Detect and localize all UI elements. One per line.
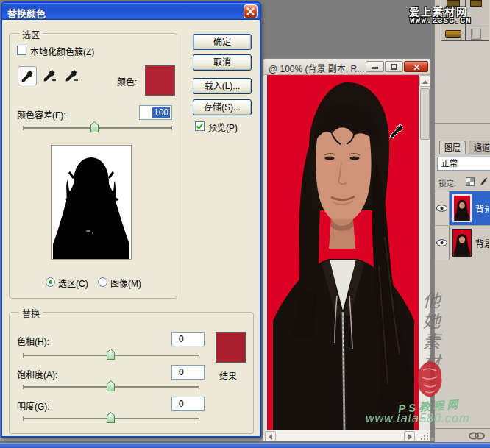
tool-icon[interactable] <box>470 0 482 7</box>
radio-image-label[interactable]: 图像(M) <box>110 277 141 289</box>
layer-name: 背景 副本 <box>475 202 489 215</box>
preview-label[interactable]: 预览(P) <box>208 121 238 133</box>
minimize-button[interactable] <box>366 61 384 72</box>
red-seal-watermark <box>416 360 444 399</box>
selection-color-swatch[interactable] <box>145 65 175 96</box>
maximize-icon <box>391 64 397 70</box>
saturation-value: 0 <box>179 367 184 377</box>
minimize-icon <box>372 67 378 69</box>
lightness-label: 明度(G): <box>17 399 50 412</box>
panel-bottom-divider <box>435 428 490 429</box>
add-to-sample-eyedropper-button[interactable] <box>42 68 58 84</box>
result-color-swatch[interactable] <box>216 332 246 363</box>
cancel-button[interactable]: 取消 <box>193 54 252 71</box>
hue-slider[interactable] <box>23 355 199 356</box>
replace-group: 替换 色相(H): 0 饱和度(A): 0 明度(G): 0 <box>9 312 254 434</box>
layer-row-background-copy[interactable]: 背景 副本 <box>435 191 490 225</box>
taskbar-edge <box>0 443 490 448</box>
eyedropper-cursor-icon <box>388 122 405 138</box>
save-button[interactable]: 存储(S)... <box>193 99 252 115</box>
layer-name: 背景 <box>475 237 489 249</box>
tolerance-slider[interactable] <box>23 127 172 129</box>
close-button[interactable] <box>404 61 428 72</box>
result-label: 结果 <box>219 369 237 382</box>
selection-preview <box>51 145 132 260</box>
dialog-body: 选区 本地化颜色簇(Z) <box>2 20 260 436</box>
vertical-scroll-thumb[interactable] <box>420 88 430 140</box>
hue-slider-thumb[interactable] <box>107 349 115 360</box>
chevron-right-icon <box>408 434 412 440</box>
dialog-close-button[interactable] <box>244 4 258 18</box>
document-titlebar[interactable]: @ 100% (背景 副本, R... <box>263 59 430 75</box>
saturation-label: 饱和度(A): <box>17 368 57 380</box>
saturation-input[interactable]: 0 <box>171 365 205 380</box>
layer-thumbnail-image <box>454 196 470 221</box>
tool-icon[interactable] <box>445 30 461 38</box>
eyedropper-plus-icon <box>43 68 57 83</box>
horizontal-scrollbar[interactable] <box>263 430 430 441</box>
selection-group: 选区 本地化颜色簇(Z) <box>9 33 177 299</box>
scroll-right-button[interactable] <box>404 431 415 441</box>
layer-thumbnail[interactable] <box>452 229 472 257</box>
chevron-left-icon <box>269 434 272 440</box>
eyedropper-minus-icon <box>65 68 79 83</box>
resize-grip[interactable] <box>418 432 429 441</box>
dialog-title: 替换颜色 <box>7 6 46 20</box>
saturation-slider-thumb[interactable] <box>107 380 115 391</box>
layer-thumbnail-image <box>453 230 471 256</box>
preview-checkbox[interactable] <box>195 121 205 131</box>
link-layers-icon[interactable] <box>468 432 486 440</box>
lightness-value: 0 <box>179 399 184 409</box>
radio-selection-label[interactable]: 选区(C) <box>58 277 88 289</box>
subtract-from-sample-eyedropper-button[interactable] <box>64 68 80 84</box>
lock-pixels-brush-icon[interactable] <box>477 177 488 187</box>
panel-divider <box>435 123 490 124</box>
hue-input[interactable]: 0 <box>171 332 205 346</box>
eye-icon <box>436 239 447 246</box>
scroll-left-button[interactable] <box>265 431 276 441</box>
lock-label: 锁定: <box>438 177 456 188</box>
blend-mode-select[interactable]: 正常 <box>437 157 490 171</box>
panel-topline <box>435 154 490 154</box>
lock-transparency-icon[interactable] <box>466 177 475 186</box>
ok-button[interactable]: 确定 <box>193 34 252 50</box>
tolerance-slider-thumb[interactable] <box>90 121 99 132</box>
photoshop-workspace: @ 100% (背景 副本, R... <box>0 0 490 448</box>
eyedropper-button[interactable] <box>18 66 37 85</box>
lightness-slider-thumb[interactable] <box>107 412 115 423</box>
tool-icon[interactable] <box>471 29 481 40</box>
localized-clusters-checkbox[interactable] <box>17 46 26 55</box>
lightness-slider[interactable] <box>23 418 199 419</box>
visibility-cell[interactable] <box>435 226 450 260</box>
localized-clusters-label[interactable]: 本地化颜色簇(Z) <box>30 45 94 57</box>
radio-selection[interactable] <box>46 277 55 287</box>
replace-color-dialog: 替换颜色 选区 本地化颜色簇(Z) <box>1 1 261 438</box>
document-title: @ 100% (背景 副本, R... <box>269 62 372 74</box>
lock-row: 锁定: <box>435 175 490 190</box>
document-window[interactable]: @ 100% (背景 副本, R... <box>263 58 431 441</box>
dialog-titlebar[interactable]: 替换颜色 <box>2 3 260 20</box>
radio-image[interactable] <box>98 277 107 287</box>
replace-group-label: 替换 <box>19 307 43 319</box>
maximize-button[interactable] <box>385 61 403 72</box>
eye-icon <box>436 205 447 212</box>
tolerance-value: 100 <box>152 107 170 118</box>
photo-watermark-url: www.tata580.com <box>366 412 469 425</box>
color-label: 颜色: <box>117 75 137 88</box>
lightness-input[interactable]: 0 <box>171 397 205 411</box>
tab-channels[interactable]: 通道 <box>469 141 490 154</box>
load-button[interactable]: 载入(L)... <box>193 78 252 94</box>
saturation-slider[interactable] <box>23 386 199 388</box>
tolerance-label: 颜色容差(F): <box>17 108 66 121</box>
hue-label: 色相(H): <box>17 335 49 347</box>
layer-thumbnail[interactable] <box>452 194 472 222</box>
selection-group-label: 选区 <box>19 28 43 40</box>
layer-row-background[interactable]: 背景 <box>435 225 490 260</box>
tolerance-input[interactable]: 100 <box>139 105 172 120</box>
visibility-cell[interactable] <box>435 191 450 225</box>
scroll-up-button[interactable] <box>419 75 430 87</box>
chevron-up-icon <box>422 80 428 84</box>
check-icon <box>196 122 204 130</box>
selection-mask-image <box>52 146 131 259</box>
tab-layers[interactable]: 图层 <box>439 141 466 154</box>
